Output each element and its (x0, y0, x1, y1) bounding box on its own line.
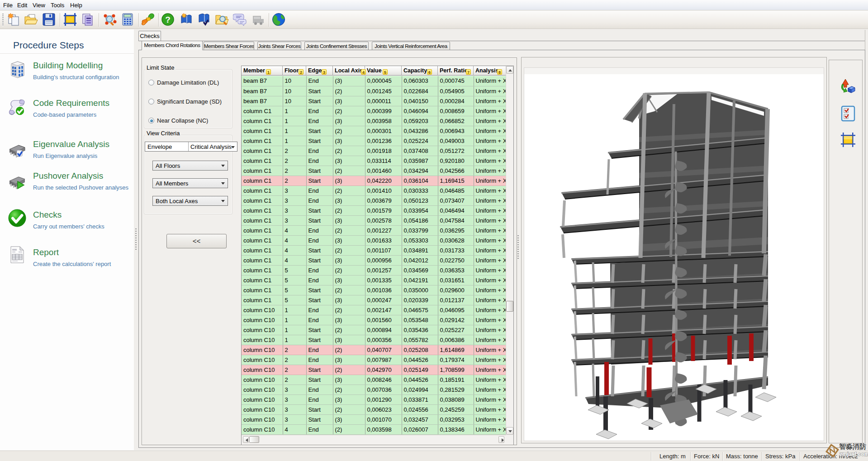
svg-text:zmjaxf.com: zmjaxf.com (840, 451, 868, 457)
svg-text:?: ? (165, 15, 171, 24)
svg-text:智淼消防: 智淼消防 (839, 442, 866, 450)
